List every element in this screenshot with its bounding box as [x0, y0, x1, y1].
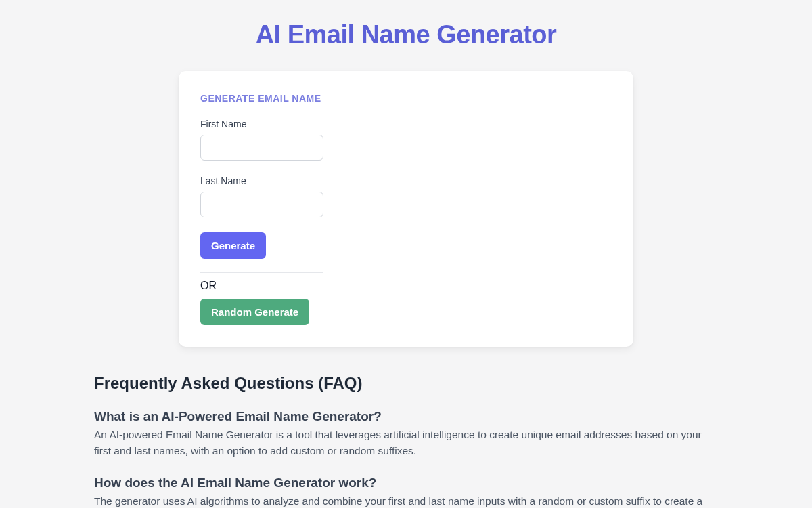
faq-answer: An AI-powered Email Name Generator is a …: [94, 427, 718, 459]
faq-question: How does the AI Email Name Generator wor…: [94, 475, 718, 490]
first-name-label: First Name: [200, 119, 612, 129]
random-generate-button[interactable]: Random Generate: [200, 299, 309, 325]
generator-card: GENERATE EMAIL NAME First Name Last Name…: [179, 71, 633, 347]
divider: [200, 272, 323, 273]
card-heading: GENERATE EMAIL NAME: [200, 93, 612, 104]
generate-button[interactable]: Generate: [200, 232, 266, 259]
faq-section: Frequently Asked Questions (FAQ) What is…: [94, 374, 718, 508]
faq-answer: The generator uses AI algorithms to anal…: [94, 493, 718, 508]
faq-title: Frequently Asked Questions (FAQ): [94, 374, 718, 393]
page-title: AI Email Name Generator: [94, 20, 718, 49]
last-name-label: Last Name: [200, 175, 612, 186]
faq-item: How does the AI Email Name Generator wor…: [94, 475, 718, 508]
last-name-input[interactable]: [200, 192, 323, 217]
faq-question: What is an AI-Powered Email Name Generat…: [94, 409, 718, 424]
faq-item: What is an AI-Powered Email Name Generat…: [94, 409, 718, 459]
or-text: OR: [200, 280, 612, 292]
first-name-input[interactable]: [200, 135, 323, 161]
